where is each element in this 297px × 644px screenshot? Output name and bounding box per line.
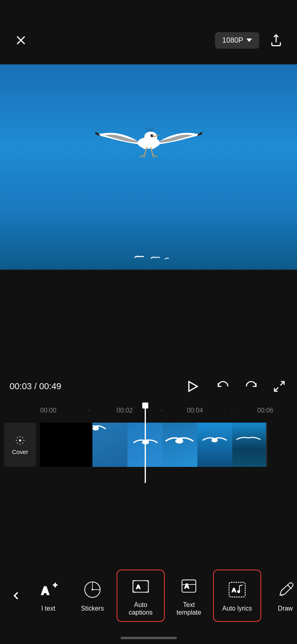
text-template-label: Texttemplate xyxy=(176,601,201,616)
svg-text:A: A xyxy=(136,583,141,590)
timeline-ruler: 00:00 · 00:02 · 00:04 · 00:06 xyxy=(0,402,297,419)
resolution-button[interactable]: 1080P xyxy=(215,32,259,49)
svg-line-14 xyxy=(281,382,284,385)
ruler-mark-0: 00:00 xyxy=(40,407,56,414)
toolbar-item-draw[interactable]: Draw xyxy=(261,570,297,622)
total-time: 00:49 xyxy=(39,381,61,391)
toolbar-item-auto-captions[interactable]: A Autocaptions xyxy=(117,570,165,622)
ruler-dot-3: · xyxy=(161,407,162,414)
svg-line-39 xyxy=(240,585,243,586)
svg-point-5 xyxy=(150,134,153,137)
text-template-icon: A xyxy=(178,575,200,597)
top-right-controls: 1080P xyxy=(215,31,285,49)
export-button[interactable] xyxy=(267,31,285,49)
fullscreen-button[interactable] xyxy=(271,378,287,394)
svg-point-16 xyxy=(19,440,21,441)
toolbar-back-button[interactable] xyxy=(4,584,28,608)
thumbnail-3 xyxy=(162,423,197,467)
bird-subject xyxy=(92,85,205,191)
svg-rect-31 xyxy=(133,580,148,592)
auto-captions-label: Autocaptions xyxy=(129,601,153,616)
redo-button[interactable] xyxy=(243,378,259,394)
svg-text:A: A xyxy=(232,586,236,593)
svg-point-22 xyxy=(178,438,182,442)
cover-label: Cover xyxy=(12,448,28,455)
below-video-area xyxy=(0,270,297,382)
ruler-dot-1: · xyxy=(88,407,90,414)
add-text-icon: A xyxy=(37,579,59,601)
home-indicator xyxy=(121,637,177,639)
time-separator: / xyxy=(34,381,39,391)
toolbar-item-text-template[interactable]: A Texttemplate xyxy=(165,570,213,622)
toolbar-item-stickers[interactable]: Stickers xyxy=(68,570,117,622)
svg-point-40 xyxy=(238,590,240,593)
draw-label: Draw xyxy=(278,605,293,612)
svg-line-42 xyxy=(280,595,283,596)
play-button[interactable] xyxy=(182,376,203,397)
ruler-dot-5: · xyxy=(231,407,233,414)
top-bar: 1080P xyxy=(0,0,297,64)
cover-button[interactable]: Cover xyxy=(4,423,36,467)
svg-point-6 xyxy=(152,135,153,136)
ruler-mark-2: 00:02 xyxy=(117,407,133,414)
thumbnail-4 xyxy=(197,423,232,467)
add-text-label: I text xyxy=(41,605,55,612)
stickers-label: Stickers xyxy=(81,605,104,612)
svg-line-15 xyxy=(274,388,278,391)
timeline-area: Cover xyxy=(0,419,297,471)
bottom-toolbar: A I text Stickers A xyxy=(0,568,297,624)
svg-marker-13 xyxy=(189,382,197,391)
close-button[interactable] xyxy=(12,31,30,49)
thumbnail-5 xyxy=(232,423,267,467)
undo-button[interactable] xyxy=(215,378,231,394)
video-preview xyxy=(0,64,297,270)
auto-lyrics-label: Auto lyrics xyxy=(222,605,252,612)
svg-point-23 xyxy=(211,438,218,442)
current-time: 00:03 xyxy=(10,381,32,391)
control-buttons xyxy=(182,376,287,397)
svg-point-18 xyxy=(95,426,98,429)
svg-text:A: A xyxy=(184,582,189,590)
auto-captions-icon: A xyxy=(130,575,152,597)
toolbar-item-add-text[interactable]: A I text xyxy=(28,570,68,622)
thumbnail-strip xyxy=(92,423,267,467)
toolbar-item-auto-lyrics[interactable]: A Auto lyrics xyxy=(213,570,261,622)
ruler-mark-4: 00:04 xyxy=(187,407,203,414)
svg-text:A: A xyxy=(41,585,49,597)
draw-icon xyxy=(274,579,296,601)
time-display: 00:03 / 00:49 xyxy=(10,381,182,392)
auto-lyrics-icon: A xyxy=(226,579,248,601)
video-background xyxy=(0,64,297,270)
resolution-label: 1080P xyxy=(222,36,243,45)
playback-controls: 00:03 / 00:49 xyxy=(0,370,297,402)
playhead xyxy=(145,402,146,483)
black-thumbnail xyxy=(40,423,92,467)
stickers-icon xyxy=(82,579,103,601)
svg-point-30 xyxy=(92,589,93,590)
svg-line-41 xyxy=(288,585,292,589)
ruler-mark-6: 00:06 xyxy=(257,407,273,414)
thumbnail-1 xyxy=(92,423,127,467)
